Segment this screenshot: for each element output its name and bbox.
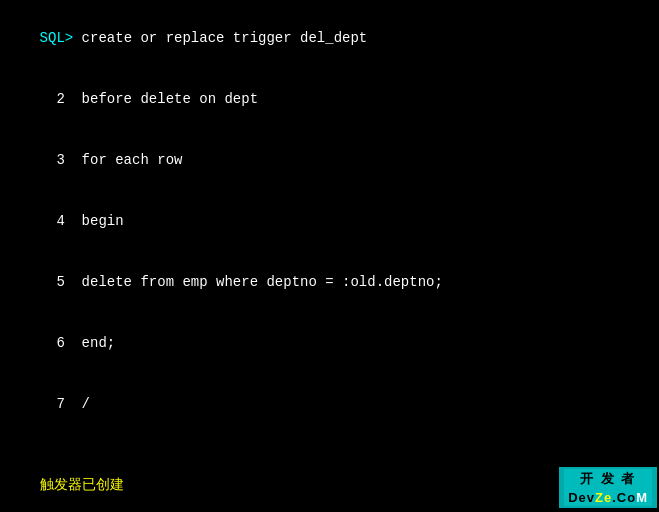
watermark-cn: 开 发 者 [564, 469, 652, 489]
terminal: SQL> create or replace trigger del_dept … [0, 0, 659, 512]
line-4: 4 begin [6, 191, 653, 252]
watermark: 开 发 者 DevZe.CoM [559, 467, 657, 508]
line-1: SQL> create or replace trigger del_dept [6, 8, 653, 69]
watermark-url: DevZe.CoM [564, 489, 652, 506]
line-3: 3 for each row [6, 130, 653, 191]
trigger-created-msg: 触发器已创建 [6, 455, 653, 512]
line-empty-1 [6, 434, 653, 454]
line-2: 2 before delete on dept [6, 69, 653, 130]
line-5: 5 delete from emp where deptno = :old.de… [6, 252, 653, 313]
line-7: 7 / [6, 373, 653, 434]
line-6: 6 end; [6, 312, 653, 373]
sql-prompt-1: SQL> [40, 30, 74, 46]
